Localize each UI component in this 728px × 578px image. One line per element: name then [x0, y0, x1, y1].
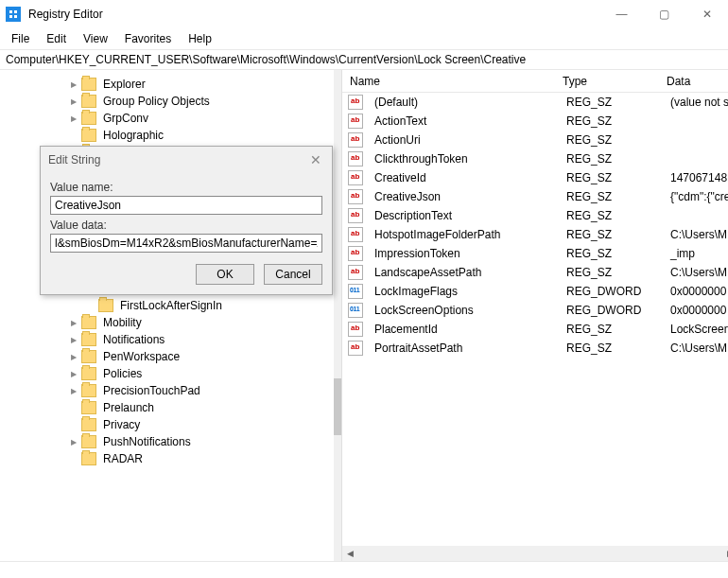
- column-type[interactable]: Type: [555, 71, 659, 92]
- value-row[interactable]: ImpressionTokenREG_SZ_imp: [342, 244, 728, 263]
- folder-icon: [81, 384, 96, 397]
- tree-node-precisiontouchpad[interactable]: PrecisionTouchPad: [0, 382, 334, 399]
- expand-icon[interactable]: [68, 336, 79, 344]
- folder-icon: [98, 299, 113, 312]
- tree-node-notifications[interactable]: Notifications: [0, 331, 334, 348]
- menu-edit[interactable]: Edit: [39, 30, 74, 47]
- value-name-input[interactable]: [50, 196, 322, 215]
- value-type: REG_SZ: [559, 150, 663, 167]
- string-value-icon: [348, 208, 363, 223]
- value-row[interactable]: CreativeJsonREG_SZ{"cdm":{"cre: [342, 187, 728, 206]
- tree-vscrollbar[interactable]: [334, 70, 341, 561]
- value-data: 0x0000000: [663, 283, 728, 300]
- folder-icon: [81, 112, 96, 125]
- value-row[interactable]: PlacementIdREG_SZLockScreen: [342, 320, 728, 339]
- dialog-close-icon[interactable]: ✕: [307, 152, 324, 167]
- close-button[interactable]: ✕: [685, 0, 728, 28]
- ok-button[interactable]: OK: [196, 264, 254, 285]
- value-row[interactable]: LockScreenOptionsREG_DWORD0x0000000: [342, 301, 728, 320]
- menu-help[interactable]: Help: [181, 30, 219, 47]
- tree-node-privacy[interactable]: Privacy: [0, 416, 334, 433]
- tree-node-prelaunch[interactable]: Prelaunch: [0, 399, 334, 416]
- expand-icon[interactable]: [68, 319, 79, 327]
- tree-node-label: Privacy: [100, 417, 143, 432]
- tree-node-policies[interactable]: Policies: [0, 365, 334, 382]
- value-type: REG_SZ: [559, 226, 663, 243]
- value-row[interactable]: (Default)REG_SZ(value not s: [342, 93, 728, 112]
- address-bar[interactable]: Computer\HKEY_CURRENT_USER\Software\Micr…: [0, 49, 728, 70]
- expand-icon[interactable]: [68, 370, 79, 378]
- minimize-button[interactable]: —: [600, 0, 643, 28]
- string-value-icon: [348, 246, 363, 261]
- value-row[interactable]: LandscapeAssetPathREG_SZC:\Users\M.: [342, 263, 728, 282]
- window-title: Registry Editor: [28, 8, 600, 21]
- value-row[interactable]: ClickthroughTokenREG_SZ: [342, 149, 728, 168]
- value-row[interactable]: ActionUriREG_SZ: [342, 131, 728, 149]
- value-data: 147067148: [663, 169, 728, 186]
- value-name: LockScreenOptions: [367, 302, 559, 319]
- value-name: DescriptionText: [367, 207, 559, 224]
- expand-icon[interactable]: [68, 114, 79, 123]
- value-name: LockImageFlags: [367, 283, 559, 300]
- folder-icon: [81, 78, 96, 91]
- value-row[interactable]: PortraitAssetPathREG_SZC:\Users\M.: [342, 339, 728, 358]
- tree-node-label: RADAR: [100, 451, 146, 466]
- tree-node-label: Policies: [100, 366, 145, 381]
- tree-node-explorer[interactable]: Explorer: [0, 76, 334, 93]
- tree-vscroll-thumb[interactable]: [334, 378, 341, 435]
- value-data: C:\Users\M.: [663, 264, 728, 281]
- column-data[interactable]: Data: [659, 71, 728, 92]
- tree-node-penworkspace[interactable]: PenWorkspace: [0, 348, 334, 365]
- value-name: ClickthroughToken: [367, 150, 559, 167]
- folder-icon: [81, 435, 96, 448]
- dword-value-icon: [348, 303, 363, 318]
- tree-node-group-policy-objects[interactable]: Group Policy Objects: [0, 93, 334, 110]
- dialog-titlebar[interactable]: Edit String ✕: [41, 147, 332, 173]
- value-name: PortraitAssetPath: [367, 340, 559, 357]
- value-data-input[interactable]: [50, 234, 322, 253]
- expand-icon[interactable]: [68, 387, 79, 395]
- regedit-icon: [6, 7, 21, 22]
- statusbar: [0, 561, 728, 578]
- tree-node-label: PushNotifications: [100, 434, 194, 449]
- menu-file[interactable]: File: [4, 30, 37, 47]
- value-row[interactable]: LockImageFlagsREG_DWORD0x0000000: [342, 282, 728, 301]
- value-data: _imp: [663, 245, 728, 262]
- expand-icon[interactable]: [68, 80, 79, 89]
- expand-icon[interactable]: [68, 353, 79, 361]
- menubar: File Edit View Favorites Help: [0, 28, 728, 49]
- tree-node-radar[interactable]: RADAR: [0, 450, 334, 467]
- tree-node-label: Mobility: [100, 315, 145, 330]
- tree-node-grpconv[interactable]: GrpConv: [0, 110, 334, 127]
- value-row[interactable]: CreativeIdREG_SZ147067148: [342, 168, 728, 187]
- value-data: LockScreen: [663, 321, 728, 338]
- tree-node-pushnotifications[interactable]: PushNotifications: [0, 433, 334, 450]
- value-type: REG_SZ: [559, 264, 663, 281]
- content: ExplorerGroup Policy ObjectsGrpConvHolog…: [0, 70, 728, 561]
- tree-node-holographic[interactable]: Holographic: [0, 127, 334, 144]
- list-hscrollbar[interactable]: ◀ ▶: [342, 546, 728, 561]
- value-row[interactable]: DescriptionTextREG_SZ: [342, 206, 728, 225]
- expand-icon[interactable]: [68, 438, 79, 447]
- column-name[interactable]: Name: [342, 71, 555, 92]
- value-data-label: Value data:: [50, 219, 322, 232]
- svg-rect-0: [8, 9, 19, 20]
- value-name: (Default): [367, 94, 559, 111]
- value-name: CreativeJson: [367, 188, 559, 205]
- hscroll-left-button[interactable]: ◀: [342, 546, 357, 561]
- expand-icon[interactable]: [68, 97, 79, 106]
- menu-view[interactable]: View: [76, 30, 115, 47]
- cancel-button[interactable]: Cancel: [264, 264, 322, 285]
- value-data: (value not s: [663, 94, 728, 111]
- tree-node-firstlockaftersignin[interactable]: FirstLockAfterSignIn: [0, 297, 334, 314]
- value-row[interactable]: ActionTextREG_SZ: [342, 112, 728, 131]
- edit-string-dialog: Edit String ✕ Value name: Value data: OK…: [40, 146, 333, 295]
- menu-favorites[interactable]: Favorites: [117, 30, 179, 47]
- tree-node-mobility[interactable]: Mobility: [0, 314, 334, 331]
- tree-node-label: Notifications: [100, 332, 167, 347]
- value-row[interactable]: HotspotImageFolderPathREG_SZC:\Users\M.: [342, 225, 728, 244]
- value-name: LandscapeAssetPath: [367, 264, 559, 281]
- hscroll-right-button[interactable]: ▶: [722, 546, 728, 561]
- string-value-icon: [348, 227, 363, 242]
- maximize-button[interactable]: ▢: [643, 0, 685, 28]
